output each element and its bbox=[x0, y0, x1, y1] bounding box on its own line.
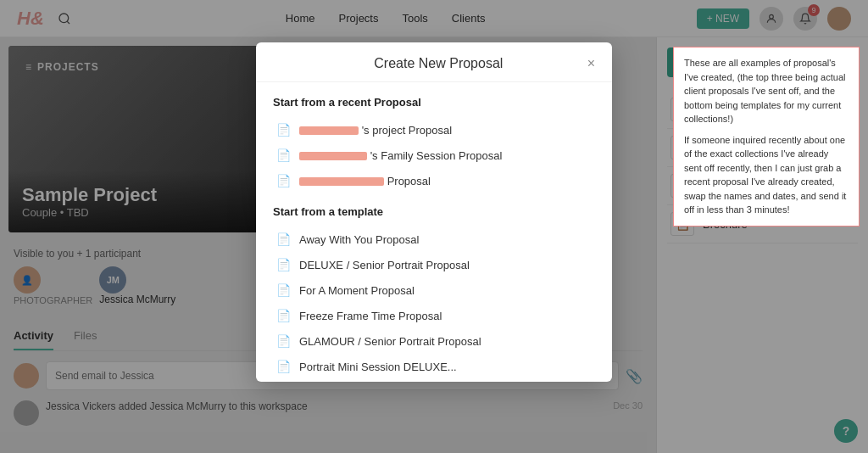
template-icon-0: 📄 bbox=[276, 232, 291, 246]
template-icon-2: 📄 bbox=[276, 283, 291, 297]
template-text-5: Portrait Mini Session DELUXE... bbox=[299, 361, 457, 373]
template-4[interactable]: 📄 GLAMOUR / Senior Portrait Proposal bbox=[273, 328, 595, 354]
recent-proposal-text-0: 's project Proposal bbox=[299, 124, 452, 137]
modal-backdrop: Create New Proposal × Start from a recen… bbox=[0, 0, 868, 453]
recent-proposal-1[interactable]: 📄 's Family Session Proposal bbox=[273, 143, 595, 168]
doc-icon-0: 📄 bbox=[276, 123, 291, 137]
template-5[interactable]: 📄 Portrait Mini Session DELUXE... bbox=[273, 354, 595, 379]
tooltip-text-2: If someone inquired recently about one o… bbox=[684, 133, 849, 217]
recent-proposals-heading: Start from a recent Proposal bbox=[273, 96, 595, 109]
template-text-4: GLAMOUR / Senior Portrait Proposal bbox=[299, 335, 481, 348]
tooltip-box: These are all examples of proposal's I'v… bbox=[673, 47, 860, 226]
modal-close-button[interactable]: × bbox=[587, 56, 595, 71]
redacted-2 bbox=[299, 177, 384, 186]
app-background: H& Home Projects Tools Clients + NEW 9 bbox=[0, 0, 868, 453]
template-2[interactable]: 📄 For A Moment Proposal bbox=[273, 277, 595, 303]
template-text-3: Freeze Frame Time Proposal bbox=[299, 310, 442, 322]
redacted-1 bbox=[299, 152, 367, 160]
doc-icon-1: 📄 bbox=[276, 148, 291, 162]
modal-title: Create New Proposal bbox=[290, 56, 587, 71]
template-icon-1: 📄 bbox=[276, 258, 291, 271]
template-text-0: Away With You Proposal bbox=[299, 233, 419, 246]
recent-proposal-2[interactable]: 📄 Proposal bbox=[273, 168, 595, 193]
template-icon-3: 📄 bbox=[276, 309, 291, 322]
create-proposal-modal: Create New Proposal × Start from a recen… bbox=[256, 42, 612, 382]
doc-icon-2: 📄 bbox=[276, 174, 291, 187]
template-heading: Start from a template bbox=[273, 205, 595, 218]
template-text-2: For A Moment Proposal bbox=[299, 284, 415, 297]
tooltip-text-1: These are all examples of proposal's I'v… bbox=[684, 56, 849, 126]
template-text-1: DELUXE / Senior Portrait Proposal bbox=[299, 259, 470, 271]
template-icon-4: 📄 bbox=[276, 334, 291, 348]
recent-proposal-text-1: 's Family Session Proposal bbox=[299, 149, 502, 162]
template-icon-5: 📄 bbox=[276, 360, 291, 373]
template-3[interactable]: 📄 Freeze Frame Time Proposal bbox=[273, 303, 595, 328]
modal-header: Create New Proposal × bbox=[256, 42, 612, 82]
template-0[interactable]: 📄 Away With You Proposal bbox=[273, 226, 595, 252]
template-1[interactable]: 📄 DELUXE / Senior Portrait Proposal bbox=[273, 252, 595, 277]
recent-proposal-text-2: Proposal bbox=[299, 175, 431, 187]
redacted-0 bbox=[299, 126, 359, 135]
recent-proposal-0[interactable]: 📄 's project Proposal bbox=[273, 117, 595, 143]
modal-body: Start from a recent Proposal 📄 's projec… bbox=[256, 82, 612, 382]
